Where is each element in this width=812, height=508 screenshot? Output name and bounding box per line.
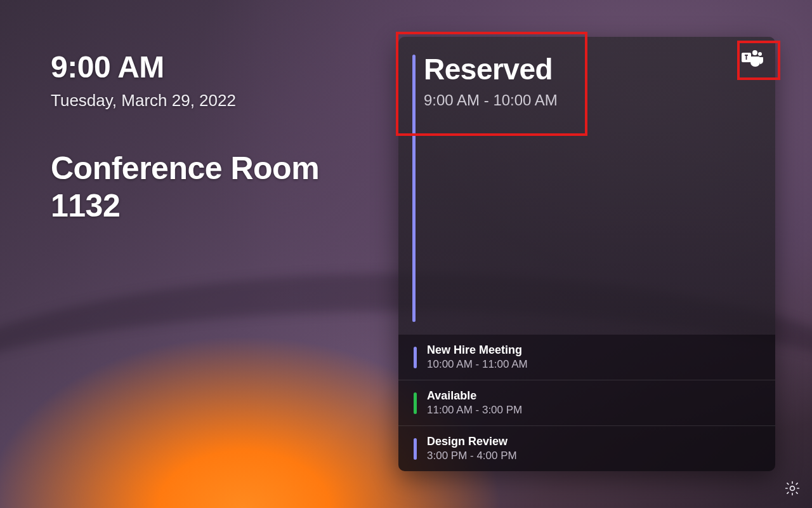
svg-point-3 [752,50,757,55]
room-info-panel: 9:00 AM Tuesday, March 29, 2022 Conferen… [51,50,381,225]
gear-icon [784,480,801,499]
teams-icon[interactable] [740,46,765,71]
upcoming-item-time: 10:00 AM - 11:00 AM [427,358,528,371]
svg-rect-2 [746,55,747,60]
upcoming-item[interactable]: Available 11:00 AM - 3:00 PM [398,380,775,425]
upcoming-item-title: New Hire Meeting [427,344,528,357]
upcoming-item-title: Available [427,389,522,403]
current-meeting-title: Reserved [424,52,756,86]
schedule-card: Reserved 9:00 AM - 10:00 AM New Hire Mee… [398,37,775,471]
settings-button[interactable] [782,479,803,500]
upcoming-item-time: 3:00 PM - 4:00 PM [427,450,517,462]
current-meeting-accent [412,55,416,322]
upcoming-item-time: 11:00 AM - 3:00 PM [427,404,522,417]
upcoming-item[interactable]: Design Review 3:00 PM - 4:00 PM [398,425,775,471]
upcoming-item-title: Design Review [427,435,517,448]
upcoming-list: New Hire Meeting 10:00 AM - 11:00 AM Ava… [398,335,775,471]
upcoming-item-accent [414,347,417,368]
current-meeting-block[interactable]: Reserved 9:00 AM - 10:00 AM [398,37,775,335]
room-name: Conference Room 1132 [51,150,381,225]
clock-time: 9:00 AM [51,50,381,84]
svg-point-5 [790,486,795,491]
svg-point-4 [758,52,762,56]
current-meeting-time: 9:00 AM - 10:00 AM [424,91,756,109]
upcoming-item[interactable]: New Hire Meeting 10:00 AM - 11:00 AM [398,335,775,380]
upcoming-item-accent [414,392,417,414]
clock-date: Tuesday, March 29, 2022 [51,91,381,110]
upcoming-item-accent [414,438,417,460]
